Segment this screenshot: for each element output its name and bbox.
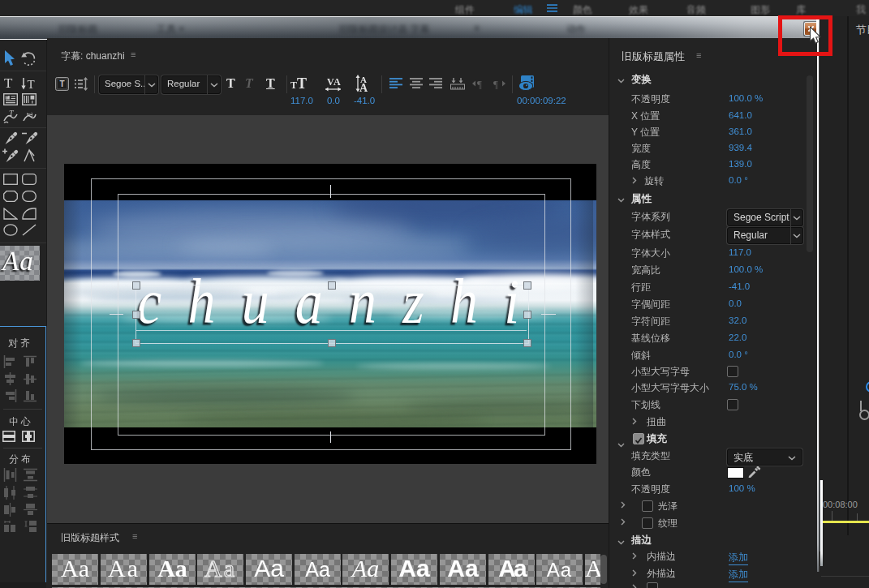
- svg-text:T: T: [59, 79, 64, 88]
- svg-text:A: A: [333, 76, 341, 88]
- svg-text:T: T: [28, 78, 35, 90]
- svg-text:¶: ¶: [477, 78, 482, 89]
- svg-text:T: T: [9, 109, 15, 118]
- svg-text:¶: ¶: [493, 78, 498, 89]
- svg-text:A: A: [359, 82, 368, 93]
